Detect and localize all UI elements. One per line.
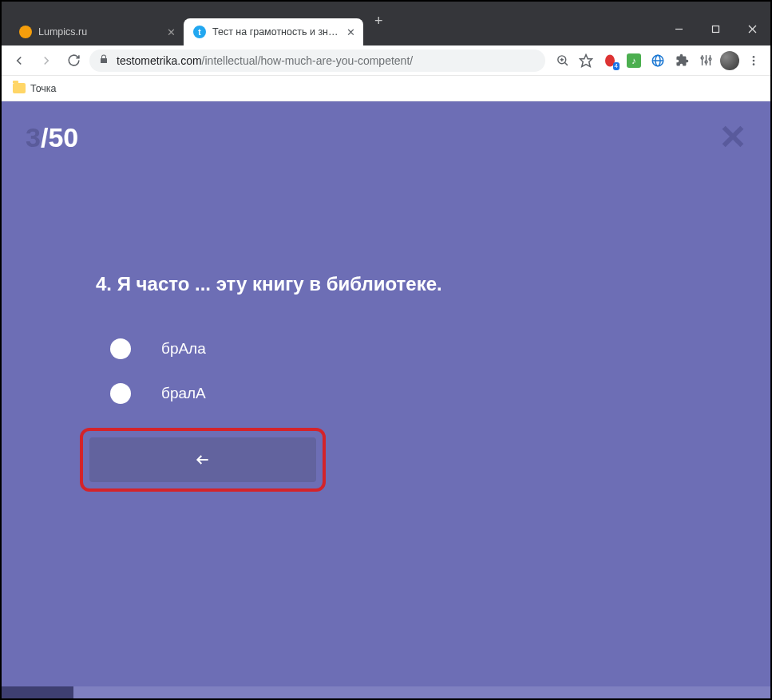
svg-point-20 bbox=[753, 59, 755, 61]
back-button-highlight bbox=[80, 428, 770, 492]
option-label: брАла bbox=[161, 340, 206, 358]
ext-badge: 4 bbox=[613, 62, 620, 70]
browser-window: Lumpics.ru ✕ t Тест на грамотность и зна… bbox=[0, 0, 772, 700]
progress-track bbox=[73, 686, 770, 698]
minimize-button[interactable] bbox=[660, 17, 697, 41]
reload-button[interactable] bbox=[62, 49, 85, 72]
music-ext-icon[interactable]: ♪ bbox=[624, 50, 644, 71]
tab-title: Lumpics.ru bbox=[38, 26, 162, 38]
svg-rect-1 bbox=[712, 26, 719, 32]
option-label: бралА bbox=[161, 385, 206, 402]
quiz-header: 3/50 bbox=[2, 101, 770, 153]
equalizer-icon[interactable] bbox=[695, 50, 716, 71]
star-icon[interactable] bbox=[576, 50, 596, 71]
url-domain: testometrika.com bbox=[117, 54, 202, 67]
close-icon[interactable]: ✕ bbox=[167, 27, 176, 38]
bookmark-label: Точка bbox=[30, 83, 57, 94]
quiz-body: 4. Я часто ... эту книгу в библиотеке. б… bbox=[2, 153, 770, 492]
option-2[interactable]: бралА bbox=[110, 383, 770, 404]
svg-point-16 bbox=[701, 57, 703, 59]
close-window-button[interactable] bbox=[734, 17, 770, 41]
question-text: 4. Я часто ... эту книгу в библиотеке. bbox=[96, 273, 770, 295]
toolbar-right: 4 ♪ bbox=[545, 50, 764, 71]
zoom-icon[interactable] bbox=[552, 50, 572, 71]
address-bar: testometrika.com/intellectual/how-much-a… bbox=[2, 45, 770, 76]
titlebar: Lumpics.ru ✕ t Тест на грамотность и зна… bbox=[2, 2, 770, 45]
folder-icon bbox=[13, 83, 26, 93]
tabs-area: Lumpics.ru ✕ t Тест на грамотность и зна… bbox=[2, 2, 394, 45]
svg-point-17 bbox=[705, 61, 707, 63]
arrow-left-icon bbox=[192, 452, 213, 468]
maximize-button[interactable] bbox=[697, 17, 734, 41]
opera-ext-icon[interactable]: 4 bbox=[600, 50, 620, 71]
bookmark-tochka[interactable]: Точка bbox=[13, 83, 57, 94]
menu-icon[interactable] bbox=[743, 50, 764, 71]
svg-point-21 bbox=[753, 63, 755, 65]
globe-ext-icon[interactable] bbox=[647, 50, 668, 71]
bookmarks-bar: Точка bbox=[2, 76, 770, 101]
tab-title: Тест на грамотность и знание р bbox=[212, 26, 342, 38]
nav-buttons bbox=[8, 49, 89, 72]
svg-point-18 bbox=[709, 58, 711, 61]
counter-total: 50 bbox=[48, 122, 78, 152]
page-content: 3/50 4. Я часто ... эту книгу в библиоте… bbox=[2, 101, 770, 698]
forward-button[interactable] bbox=[35, 49, 57, 72]
radio-icon bbox=[110, 338, 131, 359]
counter-current: 3 bbox=[26, 122, 41, 152]
svg-line-7 bbox=[564, 62, 568, 65]
option-1[interactable]: брАла bbox=[110, 338, 770, 359]
close-quiz-button[interactable] bbox=[719, 123, 746, 153]
new-tab-button[interactable]: + bbox=[363, 13, 394, 34]
avatar[interactable] bbox=[719, 50, 740, 71]
progress-fill bbox=[2, 686, 73, 698]
window-controls bbox=[660, 14, 770, 45]
back-button[interactable] bbox=[8, 49, 30, 72]
favicon-testometrika: t bbox=[193, 26, 206, 38]
previous-question-button[interactable] bbox=[89, 437, 316, 482]
tab-lumpics[interactable]: Lumpics.ru ✕ bbox=[10, 18, 184, 45]
url-input[interactable]: testometrika.com/intellectual/how-much-a… bbox=[89, 49, 545, 72]
extensions-icon[interactable] bbox=[671, 50, 692, 71]
counter-sep: / bbox=[41, 122, 48, 152]
svg-point-19 bbox=[753, 56, 755, 58]
favicon-lumpics bbox=[19, 26, 32, 38]
progress-bar bbox=[2, 686, 770, 698]
radio-icon bbox=[110, 383, 131, 404]
question-counter: 3/50 bbox=[26, 122, 78, 153]
url-path: /intellectual/how-much-are-you-competent… bbox=[202, 54, 414, 67]
annotation-highlight bbox=[80, 428, 326, 492]
svg-marker-8 bbox=[580, 54, 592, 66]
options-list: брАла бралА bbox=[96, 338, 770, 404]
tab-testometrika[interactable]: t Тест на грамотность и знание р ✕ bbox=[184, 18, 363, 45]
lock-icon bbox=[99, 53, 109, 67]
close-icon[interactable]: ✕ bbox=[346, 27, 355, 38]
